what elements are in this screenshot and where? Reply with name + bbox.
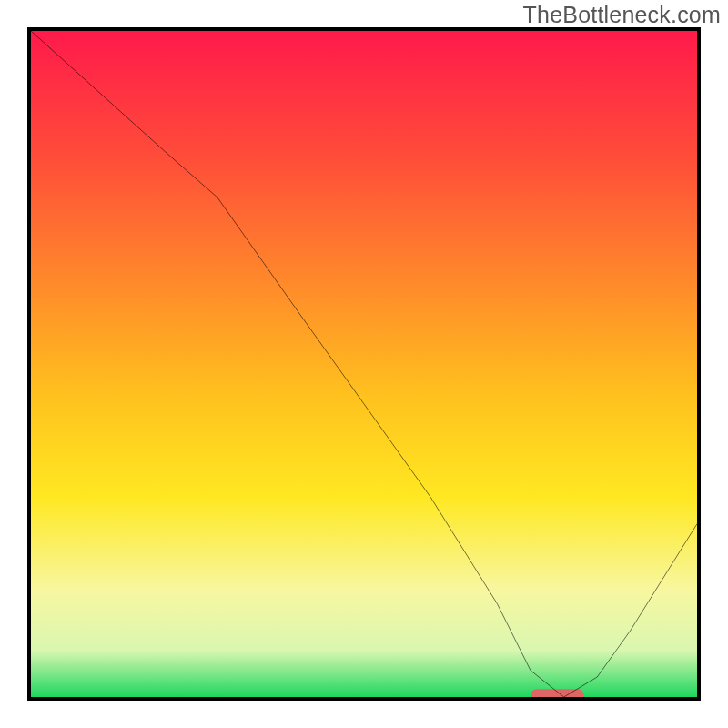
watermark-text: TheBottleneck.com: [523, 2, 721, 28]
plot-frame: [27, 27, 701, 701]
chart-svg: [31, 31, 697, 697]
optimal-region-marker: [531, 689, 584, 697]
chart-container: TheBottleneck.com: [0, 0, 728, 728]
heatmap-background: [31, 31, 697, 697]
